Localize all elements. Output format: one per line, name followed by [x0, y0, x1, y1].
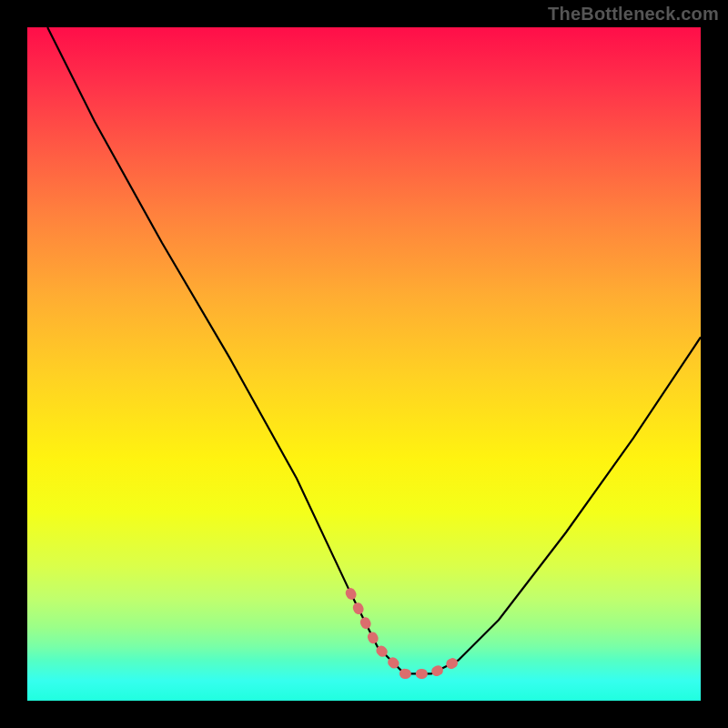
- optimal-range-line: [350, 593, 458, 674]
- curve-line: [47, 27, 701, 673]
- chart-root: TheBottleneck.com: [0, 0, 728, 728]
- plot-area: [27, 27, 701, 701]
- watermark: TheBottleneck.com: [548, 4, 719, 25]
- chart-svg: [27, 27, 701, 701]
